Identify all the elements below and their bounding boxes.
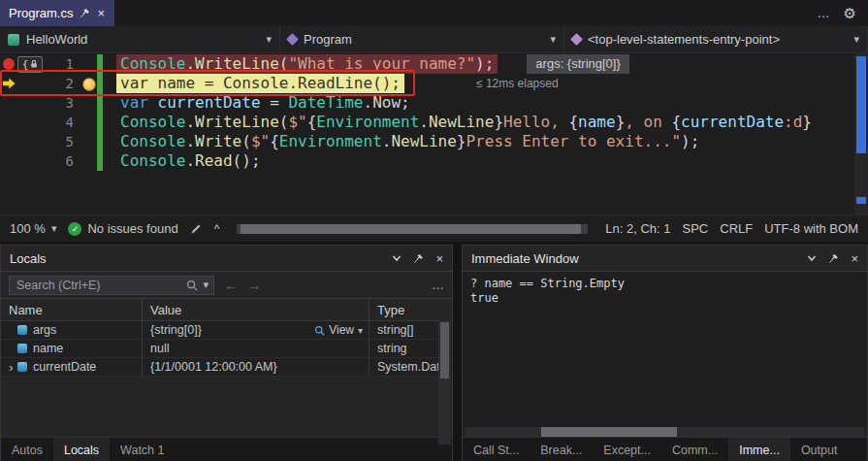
column-header-type[interactable]: Type bbox=[370, 299, 452, 320]
value-text: {1/1/0001 12:00:00 AM} bbox=[150, 360, 277, 374]
code-text[interactable]: Console.Read(); bbox=[116, 151, 265, 171]
glyph-margin[interactable] bbox=[0, 54, 17, 74]
table-header[interactable]: Name Value Type bbox=[1, 298, 452, 321]
glyph-margin[interactable] bbox=[0, 113, 17, 132]
code-text[interactable]: var name = Console.ReadLine(); bbox=[116, 74, 404, 93]
variable-name: currentDate bbox=[33, 360, 96, 374]
code-text[interactable]: Console.WriteLine($"{Environment.NewLine… bbox=[116, 113, 816, 132]
variable-name: args bbox=[33, 323, 56, 337]
chevron-down-icon[interactable]: ▾ bbox=[203, 279, 209, 291]
close-icon[interactable]: × bbox=[435, 251, 443, 266]
panel-tab[interactable]: Imme... bbox=[728, 438, 790, 461]
immediate-content[interactable]: ? name == String.Emptytrue bbox=[463, 272, 867, 427]
locals-vertical-scrollbar[interactable] bbox=[438, 320, 451, 445]
breakpoint-icon[interactable] bbox=[3, 58, 15, 70]
line-number[interactable]: 5 bbox=[43, 134, 76, 149]
more-options-icon[interactable]: … bbox=[818, 6, 830, 20]
project-dropdown[interactable]: HelloWorld ▾ bbox=[0, 26, 280, 52]
panel-tab[interactable]: Locals bbox=[53, 438, 110, 461]
insert-mode-indicator[interactable]: SPC bbox=[683, 221, 709, 236]
panel-tab[interactable]: Comm... bbox=[661, 438, 728, 461]
immediate-horizontal-scrollbar[interactable] bbox=[466, 427, 864, 437]
panel-splitter[interactable] bbox=[453, 245, 462, 461]
column-header-value[interactable]: Value bbox=[143, 299, 370, 320]
variable-name: name bbox=[33, 342, 63, 355]
zoom-control[interactable]: 100 % ▾ bbox=[10, 221, 56, 236]
code-line[interactable]: 5Console.Write($"{Environment.NewLine}Pr… bbox=[0, 132, 868, 151]
editor-horizontal-scrollbar[interactable] bbox=[237, 224, 588, 234]
scrollbar-thumb[interactable] bbox=[856, 56, 866, 153]
more-options-icon[interactable]: … bbox=[432, 278, 444, 292]
table-row[interactable]: ›currentDate{1/1/0001 12:00:00 AM}System… bbox=[1, 358, 452, 377]
line-number[interactable]: 1 bbox=[43, 56, 76, 72]
back-icon[interactable]: ← bbox=[224, 278, 238, 293]
scrollbar-thumb[interactable] bbox=[440, 322, 449, 379]
search-icon[interactable] bbox=[186, 280, 198, 291]
code-cleanup-icon[interactable] bbox=[190, 222, 203, 235]
scrollbar-thumb[interactable] bbox=[541, 427, 677, 437]
code-lines: {1Console.WriteLine("What is your name?"… bbox=[0, 54, 868, 171]
change-tracking-bar bbox=[97, 93, 103, 113]
code-text[interactable]: var currentDate = DateTime.Now; bbox=[116, 93, 414, 113]
line-ending-indicator[interactable]: CRLF bbox=[720, 221, 753, 236]
line-number[interactable]: 6 bbox=[43, 153, 76, 169]
code-line[interactable]: 3var currentDate = DateTime.Now; bbox=[0, 93, 868, 113]
editor-vertical-scrollbar[interactable] bbox=[854, 53, 868, 214]
glyph-margin[interactable] bbox=[0, 132, 17, 151]
expand-icon[interactable]: › bbox=[5, 361, 17, 374]
glyph-margin[interactable] bbox=[0, 74, 17, 93]
member-dropdown[interactable]: <top-level-statements-entry-point> ▾ bbox=[564, 26, 868, 52]
code-editor[interactable]: {1Console.WriteLine("What is your name?"… bbox=[0, 53, 868, 214]
column-header-name[interactable]: Name bbox=[1, 299, 143, 320]
locals-search-row: ▾ ← → … bbox=[1, 272, 452, 298]
document-tab[interactable]: Program.cs × bbox=[0, 0, 114, 26]
close-icon[interactable]: × bbox=[97, 6, 105, 20]
code-line[interactable]: {1Console.WriteLine("What is your name?"… bbox=[0, 54, 868, 74]
panel-tab[interactable]: Break... bbox=[530, 438, 593, 461]
line-number[interactable]: 2 bbox=[43, 76, 76, 91]
code-text[interactable]: Console.WriteLine("What is your name?"); bbox=[116, 54, 498, 74]
line-col-indicator[interactable]: Ln: 2, Ch: 1 bbox=[605, 221, 670, 236]
locals-titlebar[interactable]: Locals × bbox=[1, 246, 452, 272]
view-label: View bbox=[329, 323, 354, 337]
chevron-down-icon[interactable] bbox=[392, 253, 402, 263]
expand-icon[interactable]: ^ bbox=[214, 222, 220, 236]
view-button[interactable]: View▾ bbox=[314, 323, 363, 337]
glyph-margin[interactable] bbox=[0, 93, 17, 113]
code-line[interactable]: 6Console.Read(); bbox=[0, 151, 868, 171]
panel-tab[interactable]: Except... bbox=[593, 438, 661, 461]
line-number[interactable]: 3 bbox=[43, 95, 76, 111]
value-text: null bbox=[150, 342, 169, 355]
code-text[interactable]: Console.Write($"{Environment.NewLine}Pre… bbox=[116, 132, 703, 151]
search-input[interactable] bbox=[15, 278, 181, 293]
panel-tab[interactable]: Output bbox=[790, 438, 849, 461]
panel-tab[interactable]: Watch 1 bbox=[110, 438, 175, 461]
scrollbar-thumb[interactable] bbox=[241, 224, 581, 234]
cell-value: null bbox=[143, 340, 370, 357]
code-line[interactable]: 4Console.WriteLine($"{Environment.NewLin… bbox=[0, 113, 868, 132]
quick-actions-icon[interactable] bbox=[82, 78, 96, 91]
locals-table-body: args{string[0]}View▾string[]namenullstri… bbox=[1, 321, 452, 377]
pin-icon[interactable] bbox=[828, 253, 839, 264]
type-dropdown-label: Program bbox=[304, 32, 352, 47]
settings-gear-icon[interactable]: ⚙ bbox=[844, 5, 856, 22]
table-row[interactable]: args{string[0]}View▾string[] bbox=[1, 321, 452, 340]
chevron-down-icon[interactable] bbox=[807, 253, 817, 263]
pin-icon[interactable] bbox=[80, 8, 90, 18]
type-dropdown[interactable]: Program ▾ bbox=[280, 26, 564, 52]
close-icon[interactable]: × bbox=[851, 251, 858, 266]
immediate-titlebar[interactable]: Immediate Window × bbox=[463, 246, 867, 272]
line-number[interactable]: 4 bbox=[43, 115, 76, 130]
code-line[interactable]: 2var name = Console.ReadLine();≤ 12ms el… bbox=[0, 74, 868, 93]
forward-icon[interactable]: → bbox=[247, 278, 261, 293]
glyph-margin[interactable] bbox=[0, 151, 17, 171]
search-box[interactable]: ▾ bbox=[9, 276, 214, 295]
panel-tab[interactable]: Call St... bbox=[463, 438, 530, 461]
encoding-indicator[interactable]: UTF-8 with BOM bbox=[764, 221, 858, 236]
pin-icon[interactable] bbox=[413, 253, 424, 264]
issues-indicator[interactable]: ✓ No issues found bbox=[68, 221, 177, 236]
console-line: true bbox=[470, 291, 859, 306]
table-row[interactable]: namenullstring bbox=[1, 340, 452, 358]
change-tracking-bar bbox=[97, 132, 103, 151]
panel-tab[interactable]: Autos bbox=[1, 438, 53, 461]
